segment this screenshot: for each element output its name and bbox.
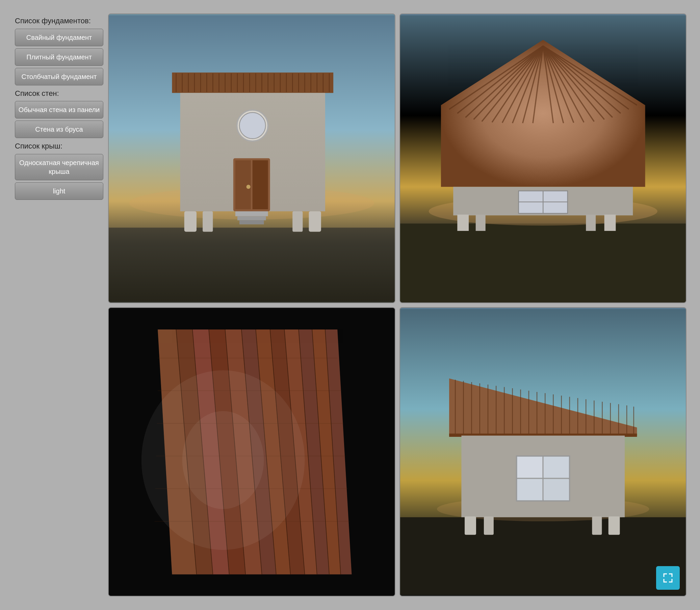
svg-rect-74 — [475, 215, 485, 231]
top-view — [399, 14, 687, 303]
svg-rect-148 — [608, 516, 620, 534]
svg-rect-46 — [400, 224, 686, 301]
svg-rect-144 — [543, 479, 568, 500]
svg-rect-141 — [517, 457, 542, 478]
svg-rect-38 — [235, 211, 268, 216]
texture-view-scene — [109, 308, 395, 596]
svg-rect-40 — [239, 221, 264, 224]
svg-rect-73 — [457, 215, 469, 231]
foundations-label: Список фундаментов: — [15, 16, 103, 26]
svg-point-33 — [239, 112, 266, 139]
svg-rect-143 — [517, 479, 542, 500]
top-view-scene — [400, 14, 686, 303]
side-view — [399, 307, 687, 597]
svg-rect-43 — [292, 211, 303, 231]
svg-rect-110 — [400, 517, 686, 595]
svg-rect-146 — [483, 516, 493, 534]
light-button[interactable]: light — [15, 182, 103, 200]
front-view-scene — [109, 14, 395, 303]
column-foundation-button[interactable]: Столбчатый фундамент — [15, 68, 103, 85]
expand-button[interactable] — [656, 566, 680, 590]
beam-wall-button[interactable]: Стена из бруса — [15, 121, 103, 138]
texture-view — [108, 307, 395, 597]
svg-rect-41 — [185, 211, 196, 231]
pile-foundation-button[interactable]: Свайный фундамент — [15, 29, 103, 46]
side-view-scene — [400, 308, 686, 596]
svg-point-108 — [182, 411, 264, 509]
svg-rect-145 — [465, 516, 476, 534]
svg-rect-42 — [203, 211, 213, 231]
svg-rect-147 — [592, 516, 602, 534]
svg-rect-142 — [543, 457, 568, 478]
front-view — [108, 14, 395, 303]
expand-icon — [662, 572, 674, 584]
svg-rect-75 — [586, 215, 596, 231]
svg-rect-76 — [604, 215, 616, 231]
svg-rect-36 — [253, 160, 268, 209]
svg-rect-3 — [172, 73, 333, 93]
single-slope-roof-button[interactable]: Односкатная черепичная крыша — [15, 154, 103, 180]
panel-wall-button[interactable]: Обычная стена из панели — [15, 101, 103, 118]
main-container: Список фундаментов: Свайный фундамент Пл… — [14, 14, 686, 596]
svg-point-37 — [246, 184, 251, 189]
svg-rect-35 — [235, 160, 251, 209]
svg-rect-1 — [109, 227, 395, 301]
svg-rect-39 — [237, 216, 266, 220]
sidebar: Список фундаментов: Свайный фундамент Пл… — [14, 14, 105, 596]
roofs-label: Список крыш: — [15, 142, 103, 151]
svg-rect-44 — [309, 211, 321, 231]
walls-label: Список стен: — [15, 89, 103, 99]
plate-foundation-button[interactable]: Плитный фундамент — [15, 48, 103, 66]
views-grid — [108, 14, 686, 596]
